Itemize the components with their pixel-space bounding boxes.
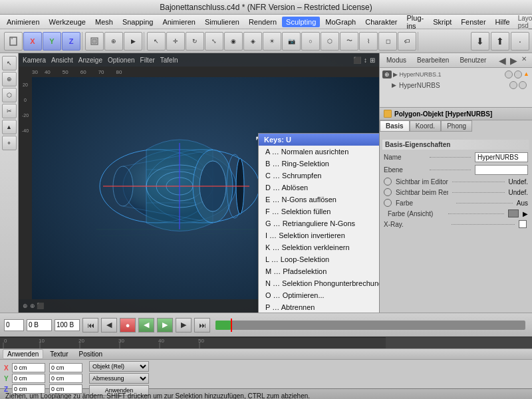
vtool-bridge[interactable]: ⌖ [2, 136, 17, 150]
prop-circle-render[interactable] [384, 188, 392, 196]
toolbar-axes-y[interactable]: Y [43, 32, 61, 51]
dropdown-item-4[interactable]: E … N-Gons auflösen [259, 194, 379, 205]
bottom-tab-position[interactable]: Position [75, 350, 107, 358]
dropdown-item-1[interactable]: B … Ring-Selektion [259, 158, 379, 170]
menu-plugins[interactable]: Plug-ins [403, 13, 428, 31]
menu-skript[interactable]: Skript [429, 17, 456, 27]
tree-vis-icon[interactable] [505, 70, 513, 78]
viewport-3d[interactable]: Kamera Ansicht Anzeige Optionen Filter T… [19, 53, 379, 313]
anim-goto-start[interactable]: ⏮ [82, 318, 98, 332]
anim-play-forward[interactable]: ▶ [157, 318, 173, 332]
toolbar-render[interactable]: ◉ [224, 32, 243, 51]
menu-snapping[interactable]: Snapping [118, 17, 158, 27]
tree-item-hypernurbs[interactable]: ▶ HyperNURBS [382, 80, 529, 90]
dropdown-item-11[interactable]: N … Selektion Phongunterbrechung [259, 277, 379, 289]
vtool-knife[interactable]: ✂ [2, 104, 17, 118]
coord-y-input[interactable] [12, 374, 45, 383]
vtool-poly[interactable]: ⬡ [2, 88, 17, 102]
vp-arrows-icon[interactable]: ↕ [364, 57, 367, 64]
toolbar-axes-z[interactable]: Z [62, 32, 80, 51]
dropdown-item-5[interactable]: F … Selektion füllen [259, 205, 379, 217]
prop-value-ebene[interactable] [475, 165, 528, 175]
dropdown-item-2[interactable]: C … Schrumpfen [259, 170, 379, 182]
vp-menu-ansicht[interactable]: Ansicht [51, 57, 73, 64]
vp-menu-filter[interactable]: Filter [140, 57, 155, 64]
prop-circle-farbe[interactable] [384, 199, 392, 207]
menu-werkzeuge[interactable]: Werkzeuge [45, 17, 90, 27]
toolbar-light[interactable]: ☀ [263, 32, 281, 51]
right-close[interactable]: ✕ [520, 55, 528, 66]
toolbar-perspective[interactable] [85, 32, 104, 51]
dropdown-item-13[interactable]: P … Abtrennen [259, 301, 379, 313]
menu-mograph[interactable]: MoGraph [321, 17, 360, 27]
vp-menu-optionen[interactable]: Optionen [108, 57, 135, 64]
coord-size-select[interactable]: Abmessung [89, 373, 149, 384]
anim-frame-start[interactable] [4, 319, 24, 331]
dropdown-item-3[interactable]: D … Ablösen [259, 182, 379, 194]
toolbar-cam[interactable]: 📷 [282, 32, 301, 51]
menu-sculpting[interactable]: Sculpting [282, 17, 320, 27]
toolbar-dot[interactable]: · [511, 32, 529, 51]
toolbar-mat[interactable]: ◈ [243, 32, 262, 51]
toolbar-deform[interactable]: ⌇ [359, 32, 378, 51]
dropdown-item-7[interactable]: I … Selektion invertieren [259, 229, 379, 241]
bottom-tab-textur[interactable]: Textur [46, 350, 72, 358]
dropdown-item-8[interactable]: K … Selektion verkleinern [259, 241, 379, 253]
menu-hilfe[interactable]: Hilfe [491, 17, 514, 27]
coord-x2-input[interactable] [49, 363, 82, 372]
menu-animieren[interactable]: Animieren [3, 17, 44, 27]
vtool-extrude[interactable]: ▲ [2, 120, 17, 134]
prop-color-swatch[interactable] [508, 209, 519, 217]
toolbar-new[interactable] [4, 32, 23, 51]
prop-arrow-farbe[interactable]: ▶ [523, 210, 528, 217]
menu-rendern[interactable]: Rendern [245, 17, 281, 27]
vp-menu-anzeige[interactable]: Anzeige [78, 57, 102, 64]
toolbar-snap-up[interactable]: ⬆ [491, 32, 509, 51]
right-tab-bearbeiten[interactable]: Bearbeiten [414, 56, 452, 65]
anim-prev-frame[interactable]: ◀ [101, 318, 117, 332]
toolbar-select[interactable]: ↖ [147, 32, 166, 51]
toolbar-poly[interactable]: ⬡ [321, 32, 339, 51]
right-tab-benutzer[interactable]: Benutzer [457, 56, 489, 65]
coord-mode-select[interactable]: Objekt (Rel) [89, 361, 149, 372]
dropdown-item-12[interactable]: O … Optimieren... [259, 289, 379, 301]
menu-animieren2[interactable]: Animieren [158, 17, 200, 27]
toolbar-snap-down[interactable]: ⬇ [471, 32, 489, 51]
timeline-scrubber[interactable] [215, 321, 525, 330]
prop-tab-phong[interactable]: Phong [441, 120, 472, 132]
menu-charakter[interactable]: Charakter [361, 17, 401, 27]
bottom-tab-anwenden[interactable]: Anwenden [3, 349, 43, 359]
tree-lock[interactable]: ⊕ [382, 70, 392, 78]
dropdown-item-9[interactable]: L … Loop-Selektion [259, 253, 379, 265]
dropdown-item-0[interactable]: A … Normalen ausrichten [259, 146, 379, 158]
vtool-loop[interactable]: ⊕ [2, 72, 17, 86]
vp-menu-tafeln[interactable]: Tafeln [160, 57, 178, 64]
vp-lock-icon[interactable]: ⬛ [353, 57, 361, 64]
menu-fenster[interactable]: Fenster [457, 17, 489, 27]
prop-checkbox-xray[interactable] [519, 220, 527, 228]
toolbar-axes-x[interactable]: X [23, 32, 42, 51]
toolbar-render-preview[interactable]: ▶ [124, 32, 142, 51]
prop-tab-koord[interactable]: Koord. [410, 120, 441, 132]
toolbar-rotate[interactable]: ↻ [186, 32, 204, 51]
vtool-select[interactable]: ↖ [2, 56, 17, 70]
anim-next-frame[interactable]: ▶ [176, 318, 192, 332]
tree-render-icon[interactable] [514, 70, 522, 78]
anim-goto-end[interactable]: ⏭ [194, 318, 210, 332]
anim-record[interactable]: ● [120, 318, 136, 332]
prop-value-name[interactable] [475, 152, 528, 162]
menu-mesh[interactable]: Mesh [91, 17, 117, 27]
toolbar-null[interactable]: ○ [301, 32, 320, 51]
toolbar-env[interactable]: ◻ [378, 32, 397, 51]
right-arrow-right[interactable]: ▶ [509, 55, 519, 66]
right-tab-modus[interactable]: Modus [384, 56, 409, 65]
anim-play-back[interactable]: ◀ [138, 318, 154, 332]
dropdown-item-6[interactable]: G … Retrianguliere N-Gons [259, 217, 379, 229]
coord-x-input[interactable] [12, 363, 45, 372]
toolbar-tag[interactable]: 🏷 [398, 32, 416, 51]
prop-circle-editor[interactable] [384, 178, 392, 186]
anim-frame-end[interactable] [55, 319, 80, 331]
menu-simulieren[interactable]: Simulieren [201, 17, 243, 27]
coord-y2-input[interactable] [49, 374, 82, 383]
toolbar-camera[interactable]: ⊕ [104, 32, 123, 51]
